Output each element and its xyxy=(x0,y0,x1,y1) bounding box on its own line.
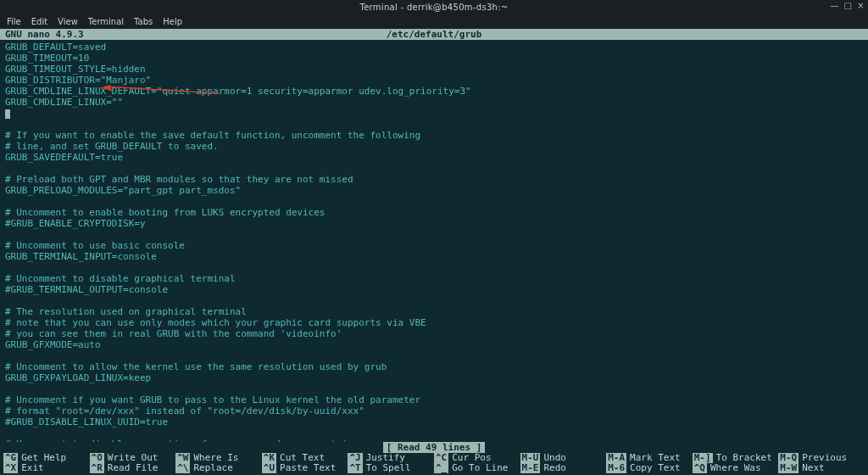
text-cursor xyxy=(5,109,10,119)
help-label: Copy Text xyxy=(630,463,681,473)
menu-tabs[interactable]: Tabs xyxy=(134,17,153,26)
window-title: Terminal - derrik@b450m-ds3h:~ xyxy=(359,3,508,12)
nano-helpbar: ^GGet Help ^OWrite Out ^WWhere Is ^KCut … xyxy=(0,453,868,475)
help-key: ^_ xyxy=(434,463,448,473)
help-label: Exit xyxy=(21,463,44,473)
close-icon[interactable]: × xyxy=(857,1,865,10)
help-label: To Spell xyxy=(366,463,411,473)
nano-header: GNU nano 4.9.3 /etc/default/grub xyxy=(0,29,868,40)
annotation-arrow-icon xyxy=(100,85,219,102)
svg-line-0 xyxy=(105,87,219,93)
menu-help[interactable]: Help xyxy=(163,17,182,26)
help-label: Go To Line xyxy=(452,463,508,473)
nano-filename: /etc/default/grub xyxy=(387,29,482,40)
menu-terminal[interactable]: Terminal xyxy=(88,17,124,26)
help-label: Read File xyxy=(108,463,159,473)
minimize-icon[interactable]: — xyxy=(830,1,838,10)
help-label: Paste Text xyxy=(280,463,336,473)
menu-view[interactable]: View xyxy=(58,17,78,26)
help-label: Redo xyxy=(543,463,566,473)
help-key: ^Q xyxy=(693,463,707,473)
window-titlebar: Terminal - derrik@b450m-ds3h:~ — □ × xyxy=(0,0,868,14)
help-label: Replace xyxy=(193,463,232,473)
maximize-icon[interactable]: □ xyxy=(844,1,853,10)
svg-marker-1 xyxy=(102,85,112,92)
nano-version: GNU nano 4.9.3 xyxy=(5,29,84,40)
help-key: ^U xyxy=(262,463,276,473)
help-label: Next xyxy=(802,463,825,473)
help-label: Where Was xyxy=(710,463,761,473)
menu-file[interactable]: File xyxy=(7,17,21,26)
menubar: File Edit View Terminal Tabs Help xyxy=(0,14,868,29)
menu-edit[interactable]: Edit xyxy=(31,17,47,26)
editor-area[interactable]: GRUB_DEFAULT=saved GRUB_TIMEOUT=10 GRUB_… xyxy=(0,40,868,442)
help-key: M-W xyxy=(778,463,798,473)
help-key: ^T xyxy=(348,463,362,473)
help-key: ^X xyxy=(3,463,18,473)
help-key: ^R xyxy=(90,463,104,473)
help-key: M-E xyxy=(520,463,541,473)
help-key: ^\ xyxy=(175,463,190,473)
help-key: M-6 xyxy=(606,463,626,473)
